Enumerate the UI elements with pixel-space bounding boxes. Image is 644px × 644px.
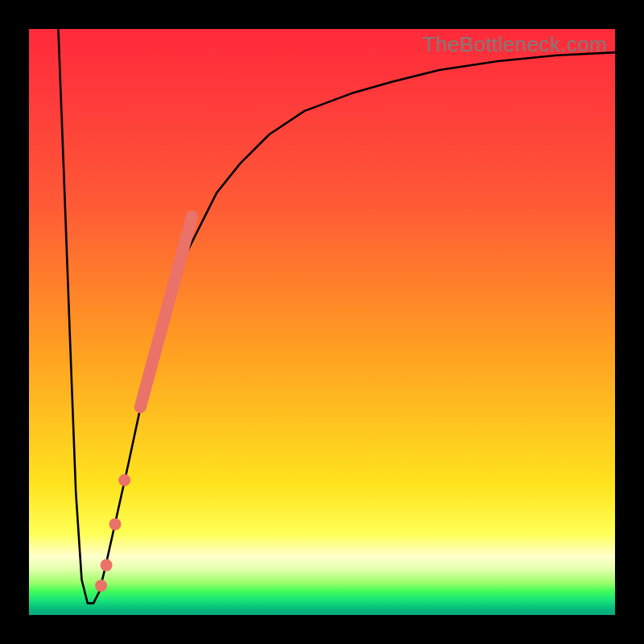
svg-point-3: [109, 518, 122, 530]
highlight-segment: [140, 217, 192, 407]
chart-frame: TheBottleneck.com: [0, 0, 644, 644]
svg-point-1: [95, 580, 107, 592]
svg-point-5: [134, 401, 147, 413]
svg-line-0: [140, 217, 192, 407]
plot-area: TheBottleneck.com: [29, 29, 615, 615]
curve-line: [58, 29, 615, 603]
svg-point-4: [118, 474, 130, 486]
svg-point-2: [101, 559, 113, 572]
chart-svg: [29, 29, 615, 615]
